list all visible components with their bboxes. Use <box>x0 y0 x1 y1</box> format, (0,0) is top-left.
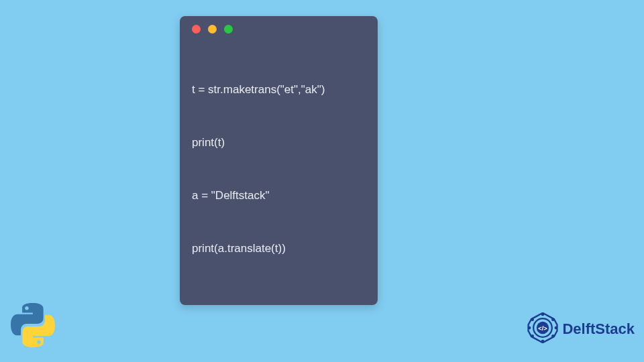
code-line: print(a.translate(t)) <box>192 240 366 257</box>
svg-point-5 <box>551 318 555 321</box>
code-body: t = str.maketrans("et","ak") print(t) a … <box>180 42 378 293</box>
code-line: a = "Delftstack" <box>192 187 366 204</box>
svg-point-6 <box>555 326 558 330</box>
code-window: t = str.maketrans("et","ak") print(t) a … <box>180 16 378 305</box>
svg-point-11 <box>531 318 535 321</box>
python-logo-icon <box>9 302 56 349</box>
code-line: t = str.maketrans("et","ak") <box>192 81 366 99</box>
svg-point-8 <box>541 340 545 343</box>
svg-point-10 <box>528 326 531 330</box>
delftstack-logo-text: DelftStack <box>562 320 635 338</box>
window-titlebar <box>180 16 378 42</box>
delftstack-emblem-icon: </> <box>527 312 558 346</box>
svg-point-7 <box>551 335 555 338</box>
svg-text:</>: </> <box>539 325 547 332</box>
delftstack-logo: </> DelftStack <box>527 312 635 346</box>
maximize-icon[interactable] <box>224 25 233 34</box>
minimize-icon[interactable] <box>208 25 217 34</box>
svg-point-9 <box>531 335 535 338</box>
code-line: print(t) <box>192 134 366 152</box>
close-icon[interactable] <box>192 25 201 34</box>
svg-point-4 <box>541 313 545 316</box>
